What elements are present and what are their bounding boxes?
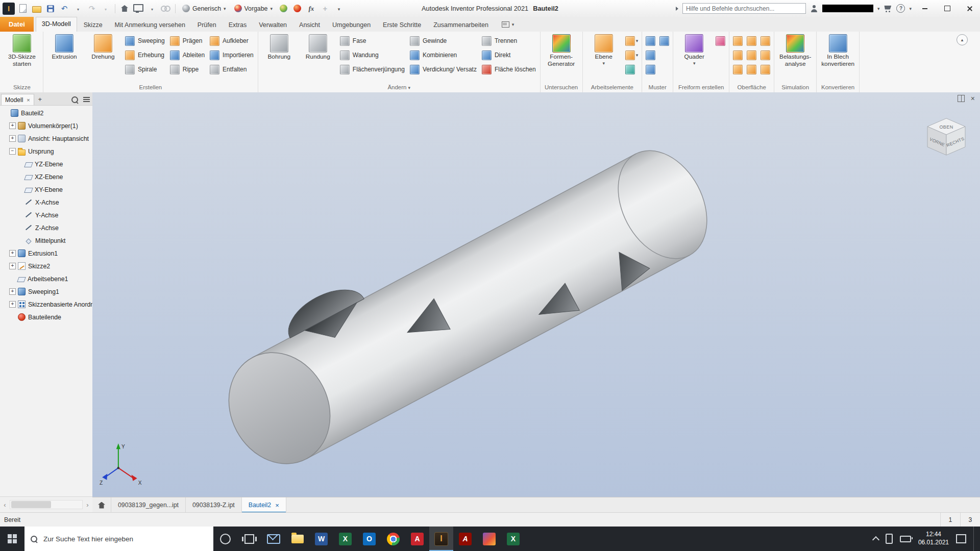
material-dropdown[interactable]: Generisch ▾: [179, 4, 229, 13]
tab-ansicht[interactable]: Ansicht: [293, 18, 326, 32]
tab-erste-schritte[interactable]: Erste Schritte: [377, 18, 427, 32]
outlook-taskbar-button[interactable]: [357, 527, 381, 551]
panel-toggle-icon[interactable]: [502, 21, 509, 28]
button-surface-ruled[interactable]: [760, 63, 771, 76]
start-button[interactable]: [0, 527, 24, 551]
doc-tab-09038139-z-ipt[interactable]: 09038139-Z.ipt: [186, 497, 242, 513]
button-trennen[interactable]: Trennen: [480, 35, 537, 47]
chevron-up-icon[interactable]: [872, 536, 879, 543]
task-view-button[interactable]: [237, 527, 261, 551]
photos-taskbar-button[interactable]: [477, 527, 501, 551]
help-icon[interactable]: [896, 4, 905, 13]
help-dropdown-arrow-icon[interactable]: ▾: [909, 6, 912, 11]
tab-extras[interactable]: Extras: [223, 18, 252, 32]
new-file-button[interactable]: [17, 3, 29, 14]
button-kombinieren[interactable]: Kombinieren: [408, 49, 478, 61]
tree-item-bauteilende[interactable]: +Bauteilende: [0, 311, 92, 323]
button-surface-patch[interactable]: [732, 49, 744, 61]
home-tab[interactable]: [92, 497, 111, 513]
button-sketch-pattern[interactable]: [645, 63, 656, 76]
tree-item-skizze2[interactable]: +Skizze2: [0, 260, 92, 272]
tab-prufen[interactable]: Prüfen: [192, 18, 222, 32]
doc-tab-09038139-gegen-ipt[interactable]: 09038139_gegen...ipt: [111, 497, 186, 513]
ribbon-display-arrow-icon[interactable]: ▾: [512, 22, 514, 27]
cortana-button[interactable]: [213, 527, 237, 551]
phone-icon[interactable]: [886, 534, 893, 544]
close-document-icon[interactable]: ×: [971, 95, 975, 102]
show-desktop-button[interactable]: [973, 527, 977, 551]
browser-tab-modell[interactable]: Modell ×: [1, 94, 34, 105]
button-surface-sculpt[interactable]: [760, 35, 771, 47]
tree-expander-icon[interactable]: +: [9, 263, 16, 269]
tree-item-ansicht-hauptansicht[interactable]: +Ansicht: Hauptansicht: [0, 132, 92, 145]
tab-zusammenarbeiten[interactable]: Zusammenarbeiten: [428, 18, 494, 32]
tab-skizze[interactable]: Skizze: [78, 18, 108, 32]
button-spirale[interactable]: Spirale: [124, 63, 166, 76]
link-button[interactable]: [160, 3, 172, 14]
button-gewinde[interactable]: Gewinde: [408, 35, 478, 47]
excel-taskbar-button[interactable]: [333, 527, 357, 551]
maximize-button[interactable]: [938, 0, 957, 17]
tree-item-xz-ebene[interactable]: +XZ-Ebene: [0, 170, 92, 183]
inventor-taskbar-button[interactable]: [429, 527, 453, 551]
tab-mit-anmerkung-versehen[interactable]: Mit Anmerkung versehen: [109, 18, 191, 32]
scene-canvas[interactable]: [92, 92, 980, 497]
browser-hscrollbar[interactable]: ‹ ›: [0, 496, 92, 512]
browser-search-button[interactable]: [69, 94, 80, 105]
file-menu-button[interactable]: Datei: [0, 17, 34, 32]
button-surface-trim[interactable]: [732, 63, 744, 76]
scroll-thumb[interactable]: [11, 501, 51, 508]
acrobat-taskbar-button[interactable]: [453, 527, 477, 551]
add-browser-tab-button[interactable]: +: [36, 94, 44, 105]
tree-item-mittelpunkt[interactable]: +Mittelpunkt: [0, 234, 92, 247]
fx-button[interactable]: [305, 3, 317, 14]
split-window-icon[interactable]: [958, 95, 965, 102]
color-ball-a-button[interactable]: [278, 3, 290, 14]
button-formen-generator[interactable]: Formen- Generator: [543, 33, 580, 69]
button-mirror[interactable]: [658, 35, 670, 47]
button-entfalten[interactable]: Entfalten: [208, 63, 255, 76]
adobe-taskbar-button[interactable]: [405, 527, 429, 551]
button-3d-skizze-starten[interactable]: 3D-Skizze starten: [4, 33, 40, 69]
button-rect-pattern[interactable]: [645, 35, 656, 47]
button-ebene[interactable]: Ebene▾: [585, 33, 622, 66]
button-sweeping[interactable]: Sweeping: [124, 35, 166, 47]
button-rundung[interactable]: Rundung: [300, 33, 336, 62]
tree-expander-icon[interactable]: +: [9, 135, 16, 142]
button-drehung[interactable]: Drehung: [85, 33, 121, 62]
tab-3d-modell[interactable]: 3D-Modell: [36, 17, 77, 32]
graphics-viewport[interactable]: OBEN VORNE RECHTS Y X Z ×: [92, 92, 980, 497]
button-importieren[interactable]: Importieren: [208, 49, 255, 61]
button-rippe[interactable]: Rippe: [168, 63, 206, 76]
account-dropdown-arrow-icon[interactable]: ▾: [877, 6, 880, 11]
button-surface-delete[interactable]: [746, 49, 757, 61]
button-extrusion[interactable]: Extrusion: [46, 33, 83, 62]
tab-umgebungen[interactable]: Umgebungen: [327, 18, 376, 32]
tree-expander-icon[interactable]: +: [9, 288, 16, 295]
button-bohrung[interactable]: Bohrung: [261, 33, 298, 62]
appearance-dropdown[interactable]: Vorgabe ▾: [231, 4, 276, 13]
user-account-icon[interactable]: [810, 5, 818, 12]
color-ball-b-button[interactable]: [291, 3, 304, 14]
save-button[interactable]: [44, 3, 57, 14]
undo-button[interactable]: [58, 3, 70, 14]
taskbar-clock[interactable]: 12:44 06.01.2021: [918, 531, 949, 546]
button-circ-pattern[interactable]: [645, 49, 656, 61]
tree-item-sweeping1[interactable]: +Sweeping1: [0, 285, 92, 298]
button-quader[interactable]: Quader▾: [676, 33, 713, 66]
tree-item-y-achse[interactable]: +Y-Achse: [0, 209, 92, 221]
qat-arrow-button[interactable]: [333, 3, 345, 14]
button-verdickung-versatz[interactable]: Verdickung/ Versatz: [408, 63, 478, 76]
tree-item-z-achse[interactable]: +Z-Achse: [0, 221, 92, 234]
redo-arrow-button[interactable]: [100, 3, 112, 14]
button-freeform-edit[interactable]: [715, 35, 726, 47]
tab-verwalten[interactable]: Verwalten: [253, 18, 292, 32]
redo-button[interactable]: [86, 3, 98, 14]
button-surface-extend[interactable]: [746, 35, 757, 47]
ribbon-collapse-button[interactable]: ▴: [957, 34, 968, 45]
collapse-search-icon[interactable]: [676, 7, 678, 11]
view-cube[interactable]: OBEN VORNE RECHTS: [922, 115, 971, 164]
button-in-blech-konvertieren[interactable]: In Blech konvertieren: [819, 33, 856, 69]
tree-item-arbeitsebene1[interactable]: +Arbeitsebene1: [0, 272, 92, 285]
tree-item-ursprung[interactable]: −Ursprung: [0, 145, 92, 158]
